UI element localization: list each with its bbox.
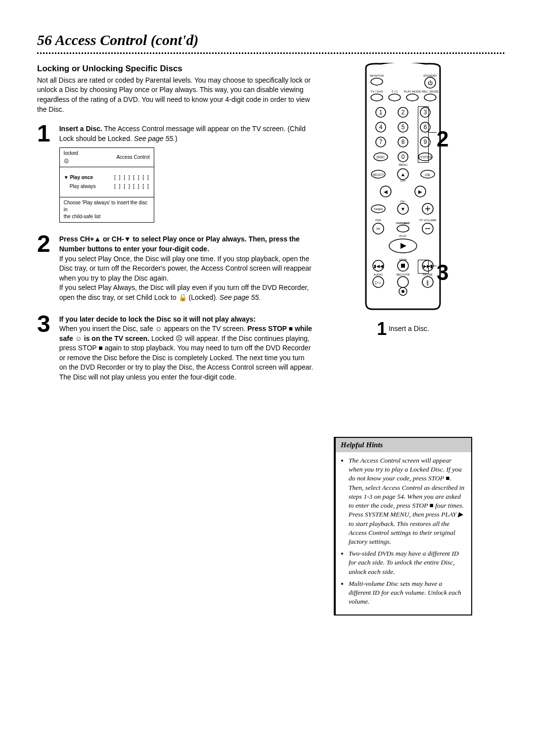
svg-text:CH–: CH– [400,200,406,203]
remote-caption: 1 Insert a Disc. [334,320,472,338]
step-3-bold: If you later decide to lock the Disc so … [59,315,314,325]
svg-text:AUDIO: AUDIO [373,273,383,276]
svg-marker-68 [400,243,406,249]
svg-text:◀: ◀ [384,189,388,194]
svg-text:1: 1 [379,109,383,116]
svg-point-61 [397,225,409,232]
step-1-close: ) [175,135,178,142]
divider [37,52,504,54]
hints-header: Helpful Hints [336,438,471,452]
svg-text:▶: ▶ [418,189,422,194]
svg-text:MONITOR: MONITOR [370,74,384,77]
step-2-bold: Press CH+▲ or CH-▼ to select Play once o… [59,235,314,254]
page-title: 56 Access Control (cont'd) [37,30,504,50]
svg-text:∥: ∥ [426,280,429,286]
svg-text:TV VOLUME: TV VOLUME [419,219,437,222]
onscreen-title: Access Control [116,154,149,161]
svg-text:TIMER: TIMER [374,208,383,211]
intro-text: Not all Discs are rated or coded by Pare… [37,76,314,114]
onscreen-footer-1: Choose 'Play always' to insert the disc … [64,199,150,213]
onscreen-footer-2: the child-safe list [64,213,150,220]
svg-point-11 [406,94,418,101]
svg-text:5: 5 [401,124,405,131]
svg-text:OK: OK [425,173,431,177]
onscreen-dots-2: [ ] [ ] [ ] [ ] [114,183,150,190]
step-1: 1 Insert a Disc. The Access Control mess… [37,124,314,223]
svg-text:▮◀◀: ▮◀◀ [374,264,383,269]
svg-text:PLAY: PLAY [400,235,407,237]
callout-box-2 [418,106,429,163]
helpful-hints-box: Helpful Hints The Access Control screen … [334,437,472,615]
section-subtitle: Locking or Unlocking Specific Discs [37,63,314,75]
svg-text:DISC: DISC [377,155,385,159]
remote-caption-text: Insert a Disc. [389,324,429,334]
chapter-title: Access Control (cont'd) [55,32,198,48]
svg-text:PLAY MODE: PLAY MODE [404,90,421,93]
svg-point-81 [398,277,408,287]
page-number: 56 [37,32,52,48]
hint-3: Multi-volume Disc sets may have a differ… [349,579,465,607]
step-2-number: 2 [37,235,50,253]
svg-text:2: 2 [401,109,405,116]
svg-text:MENU: MENU [399,163,407,166]
step-1-bold: Insert a Disc. [59,125,102,133]
onscreen-locked: locked [64,150,78,157]
step-2-para1: If you select Play Once, the Disc will p… [59,254,314,284]
step-3: 3 If you later decide to lock the Disc s… [37,315,314,382]
callout-line-2 [428,132,437,133]
step-3-body: When you insert the Disc, safe ☺ appears… [59,324,314,382]
step-2: 2 Press CH+▲ or CH-▼ to select Play once… [37,235,314,302]
svg-text:SELECT: SELECT [372,173,384,176]
svg-text:✂: ✂ [376,226,380,232]
svg-point-12 [424,94,436,101]
svg-text:⏻: ⏻ [428,80,433,86]
svg-text:CLEAR: CLEAR [400,222,410,225]
svg-text:CH+: CH+ [400,179,406,182]
svg-text:▼: ▼ [400,206,405,212]
svg-point-9 [371,94,383,101]
svg-text:4: 4 [379,124,383,131]
svg-text:7: 7 [379,139,383,145]
svg-text:REC/OTR: REC/OTR [397,273,410,276]
svg-text:▷♪: ▷♪ [375,280,381,285]
svg-text:STANDBY: STANDBY [423,74,437,77]
svg-text:FSS: FSS [375,219,381,222]
svg-text:0: 0 [401,153,405,160]
lock-icon: 🔒 [178,293,187,301]
step-2-para2: If you select Play Always, the Disc will… [59,283,314,302]
svg-point-83 [401,290,404,293]
svg-text:TV / DVD: TV / DVD [370,90,383,93]
onscreen-dialog: locked ☹ Access Control ▼ Play once [ ] … [59,147,154,223]
step-3-number: 3 [37,315,50,333]
svg-text:REC. MODE: REC. MODE [422,90,439,93]
svg-text:▲: ▲ [400,172,405,177]
onscreen-play-once: ▼ Play once [64,174,93,181]
svg-rect-73 [401,264,405,268]
sad-face-icon: ☹ [64,158,69,165]
step-1-number: 1 [37,124,50,143]
callout-box-3 [418,260,429,274]
remote-illustration: MONITOR STANDBY ⏻ TV / DVD T / C PLAY MO… [334,63,472,310]
svg-point-1 [371,78,383,85]
hint-2: Two-sided DVDs may have a different ID f… [349,549,465,576]
svg-point-10 [389,94,400,101]
hint-1: The Access Control screen will appear wh… [349,456,465,546]
onscreen-play-always: Play always [64,183,96,190]
remote-caption-number: 1 [377,320,387,338]
svg-text:T / C: T / C [392,90,399,93]
callout-line-3 [428,266,437,266]
svg-text:8: 8 [401,139,405,145]
onscreen-dots-1: [ ] [ ] [ ] [ ] [114,174,150,181]
step-1-ref: See page 55. [134,135,175,142]
